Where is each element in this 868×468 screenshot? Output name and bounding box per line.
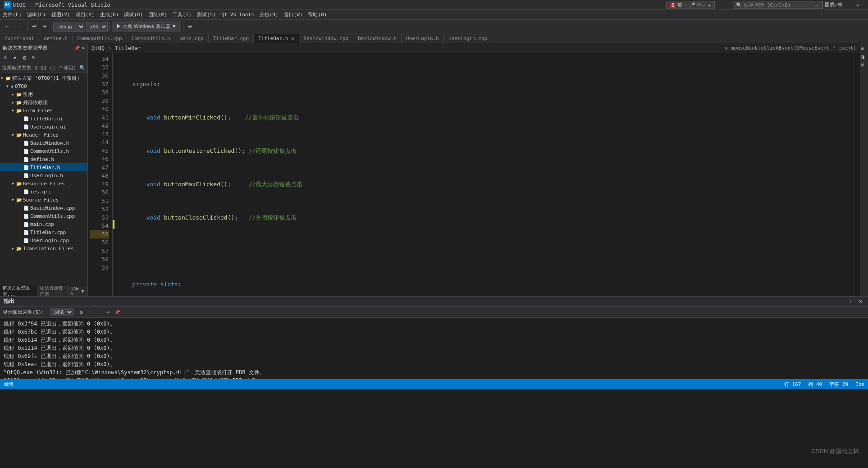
tab-define-h[interactable]: define.h [39,34,73,43]
toolbar: ← → ↩ ↪ Debug Release x64 x86 ▶ 本地 Windo… [0,20,868,33]
se-close[interactable]: ✕ [82,45,85,51]
menu-project[interactable]: 项目(P) [73,10,97,19]
output-expand[interactable]: ↑ [846,298,854,306]
menu-build[interactable]: 生成(B) [97,10,122,19]
output-btn-pin[interactable]: 📌 [113,308,121,316]
tree-translation-files[interactable]: ▶ 📂 Translation Files [0,244,87,252]
tree-res-qrc[interactable]: ▶ 📄 res.qrc [0,188,87,196]
output-close[interactable]: ✕ [856,298,864,306]
output-line-6: 线程 0x5eac 已退出，返回值为 0 (0x0)。 [4,360,864,368]
output-btn-up[interactable]: ↑ [86,308,94,316]
rt-btn3[interactable]: ⊞ [861,61,868,69]
output-btn-wrap[interactable]: ↵ [104,308,112,316]
menu-file[interactable]: 文件(F) [0,10,24,19]
tab-userlogin-h[interactable]: UserLogin.h [402,34,444,43]
code-line-34: signals: [118,80,850,89]
rt-btn2[interactable]: ◨ [861,53,868,60]
code-editor[interactable]: signals: void buttonMinClicked(); //最小化按… [114,53,854,296]
menu-bar: 文件(F) 编辑(E) 视图(V) 项目(P) 生成(B) 调试(D) 团队(M… [0,10,868,20]
output-btn-clear[interactable]: ⊗ [77,308,85,316]
tree-resource-files[interactable]: ▼ 📂 Resource Files [0,179,87,188]
code-container[interactable]: 34 35 36 37 38 39 40 41 42 43 44 45 46 4… [88,53,860,296]
tab-userlogin-cpp[interactable]: UserLogin.cpp [444,34,492,43]
tab-main-cpp[interactable]: main.cpp [175,34,209,43]
tree-basicwindow-h[interactable]: ▶ 📄 BasicWindow.h [0,139,87,147]
tab-functional[interactable]: functional [0,34,39,43]
se-tab-solution[interactable]: 解决方案资源管... [0,286,37,296]
se-pin[interactable]: 📌 [74,46,80,50]
ime-mic[interactable]: 🎤 [689,2,695,8]
menu-edit[interactable]: 编辑(E) [24,10,49,19]
run-button[interactable]: ▶ 本地 Windows 调试器 ▼ [112,21,181,32]
tree-references[interactable]: ▶ 📂 引用 [0,90,87,98]
code-line-39 [118,247,850,256]
menu-view[interactable]: 视图(V) [49,10,73,19]
tree-userlogin-ui[interactable]: ▶ 📄 UserLogin.ui [0,123,87,131]
ime-menu[interactable]: ✦ [708,2,711,8]
tab-commonutils-cpp[interactable]: CommonUtils.cpp [73,34,127,43]
se-tab-team[interactable]: 团队资源管理器 [37,286,69,296]
rt-btn1[interactable]: ⊕ [861,45,868,52]
platform-dropdown[interactable]: x64 x86 [86,22,108,32]
menu-analyze[interactable]: 分析(N) [257,10,281,19]
tree-userlogin-h[interactable]: ▶ 📄 UserLogin.h [0,171,87,179]
se-filter[interactable]: ▼ [10,54,20,62]
minimap-scrollbar[interactable] [854,53,860,296]
tree-source-files[interactable]: ▼ 📂 Source Files [0,196,87,204]
menu-qt[interactable]: Qt VS Tools [219,10,257,19]
code-line-36: void buttonRestoreClicked(); //还原按钮被点击 [118,147,850,156]
translation-files-label: Translation Files [23,246,74,252]
output-btn-down[interactable]: ↓ [95,308,103,316]
menu-test[interactable]: 测试(S) [194,10,219,19]
menu-tools[interactable]: 工具(T) [170,10,194,19]
status-line: 行 167 [784,381,801,388]
maximize-button[interactable]: □ [827,0,847,10]
menu-team[interactable]: 团队(M) [146,10,170,19]
tab-basicwindow-cpp[interactable]: BasicWindow.cpp [299,34,353,43]
menu-help[interactable]: 帮助(H) [305,10,329,19]
tab-titlebar-cpp[interactable]: TitleBar.cpp [209,34,254,43]
active-function: ⊙ mouseDoubleClickEvent(QMouseEvent * ev… [725,45,856,51]
toolbar-undo[interactable]: ↩ [29,21,39,32]
tree-commonutils-cpp[interactable]: ▶ 📄 CommonUtils.cpp [0,212,87,220]
tab-commonutils-h[interactable]: CommonUtils.h [127,34,175,43]
tree-external-deps[interactable]: ▶ 📂 外部依赖项 [0,98,87,106]
se-search-icon[interactable]: 🔍 [79,65,86,71]
line-numbers: 34 35 36 37 38 39 40 41 42 43 44 45 46 4… [90,53,113,296]
toolbar-redo[interactable]: ↪ [40,21,49,32]
arrow-solution: ▼ [1,76,5,80]
close-button[interactable]: ✕ [847,0,868,10]
menu-window[interactable]: 窗口(W) [281,10,306,19]
tree-main-cpp[interactable]: ▶ 📄 main.cpp [0,220,87,228]
zoom-dropdown[interactable]: ▼ [80,286,86,296]
se-props[interactable]: ⚙ [20,54,29,62]
tree-header-files[interactable]: ▼ 📂 Header Files [0,131,87,139]
minimize-button[interactable]: ─ [806,0,827,10]
tree-userlogin-cpp[interactable]: ▶ 📄 UserLogin.cpp [0,236,87,244]
tree-define-h[interactable]: ▶ 📄 define.h [0,155,87,163]
tree-solution[interactable]: ▼ 📁 解决方案 'QTQQ'(1 个项目) [0,74,87,82]
se-refresh[interactable]: ↻ [29,54,38,62]
title-bar: VS QtQQ - Microsoft Visual Studio S 英 · … [0,0,868,10]
vs-icon: VS [4,1,11,9]
attach-btn[interactable]: ⊕ [185,21,195,32]
toolbar-back[interactable]: ← [2,21,13,32]
ime-lang[interactable]: 英 [677,2,682,9]
tree-form-files[interactable]: ▼ 📂 Form Files [0,106,87,115]
tree-titlebar-h[interactable]: ▶ 📄 TitleBar.h [0,163,87,171]
se-sync[interactable]: ⟳ [1,54,10,62]
tab-basicwindow-h[interactable]: BasicWindow.h [353,34,402,43]
tree-commonutils-h[interactable]: ▶ 📄 CommonUtils.h [0,147,87,155]
tree-titlebar-ui[interactable]: ▶ 📄 TitleBar.ui [0,115,87,123]
tree-project-qtqq[interactable]: ▼ ◆ QTQQ [0,82,87,90]
output-toolbar: 显示输出来源(S): 调试 ⊗ ↑ ↓ ↵ 📌 [0,307,868,318]
se-search: 搜索解决方案'QTQQ'(1 个项目) 🔍 [0,63,87,73]
tree-titlebar-cpp[interactable]: ▶ 📄 TitleBar.cpp [0,228,87,236]
config-dropdown[interactable]: Debug Release [53,22,85,32]
se-title: 解决方案资源管理器 [3,45,73,51]
tab-titlebar-h[interactable]: TitleBar.h × [254,34,299,43]
tree-basicwindow-cpp[interactable]: ▶ 📄 BasicWindow.cpp [0,204,87,212]
output-source-select[interactable]: 调试 [50,308,73,316]
menu-debug[interactable]: 调试(D) [121,10,146,19]
toolbar-forward[interactable]: → [14,21,25,32]
